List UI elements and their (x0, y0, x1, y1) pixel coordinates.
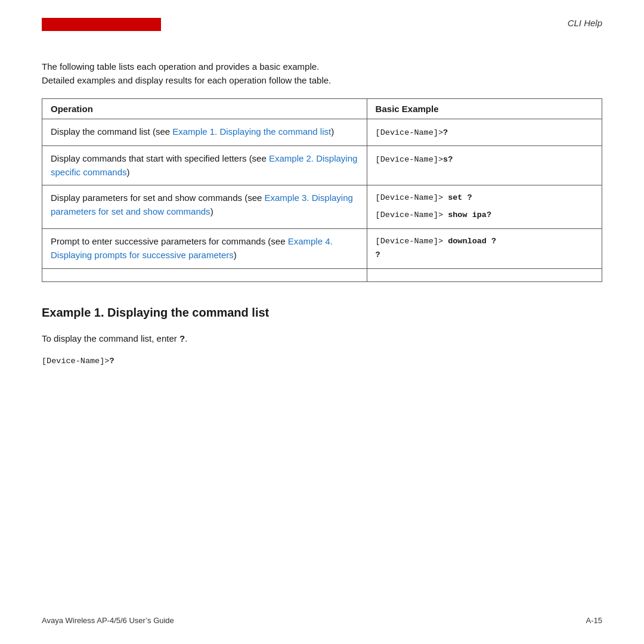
col-example-header: Basic Example (367, 98, 602, 119)
example-cell-4: [Device-Name]> download ? ? (367, 229, 602, 269)
intro-line1: The following table lists each operation… (42, 61, 319, 72)
header-bar (42, 18, 161, 31)
col-operation-header: Operation (42, 98, 367, 119)
operation-cell-2: Display commands that start with specifi… (42, 146, 367, 185)
table-header-row: Operation Basic Example (42, 98, 602, 119)
link-example3[interactable]: Example 3. Displaying parameters for set… (51, 193, 353, 216)
example1-section: Example 1. Displaying the command list T… (42, 306, 602, 366)
example1-code: [Device-Name]>? (42, 357, 602, 366)
operation-cell-4: Prompt to enter successive parameters fo… (42, 229, 367, 269)
table-row: Display commands that start with specifi… (42, 146, 602, 185)
operation-cell-3: Display parameters for set and show comm… (42, 185, 367, 229)
example-cell-3: [Device-Name]> set ? [Device-Name]> show… (367, 185, 602, 229)
example1-heading: Example 1. Displaying the command list (42, 306, 602, 320)
intro-text: The following table lists each operation… (42, 60, 602, 88)
table-row: Prompt to enter successive parameters fo… (42, 229, 602, 269)
table-row: Display parameters for set and show comm… (42, 185, 602, 229)
footer-right: A-15 (586, 616, 602, 625)
empty-cell-2 (367, 269, 602, 282)
main-table: Operation Basic Example Display the comm… (42, 98, 602, 283)
link-example1[interactable]: Example 1. Displaying the command list (172, 126, 331, 137)
header-title: CLI Help (568, 18, 602, 28)
example1-body-text: To display the command list, enter (42, 333, 179, 343)
example1-body: To display the command list, enter ?. (42, 332, 602, 346)
link-example4[interactable]: Example 4. Displaying prompts for succes… (51, 236, 333, 260)
table-row: Display the command list (see Example 1.… (42, 119, 602, 146)
example1-body-bold: ? (179, 333, 185, 343)
footer: Avaya Wireless AP-4/5/6 User’s Guide A-1… (42, 616, 602, 625)
empty-cell-1 (42, 269, 367, 282)
footer-left: Avaya Wireless AP-4/5/6 User’s Guide (42, 616, 174, 625)
example-cell-1: [Device-Name]>? (367, 119, 602, 146)
link-example2[interactable]: Example 2. Displaying specific commands (51, 153, 357, 177)
intro-line2: Detailed examples and display results fo… (42, 75, 331, 85)
table-row-empty (42, 269, 602, 282)
operation-cell-1: Display the command list (see Example 1.… (42, 119, 367, 146)
example1-body-suffix: . (185, 333, 187, 343)
example-cell-2: [Device-Name]>s? (367, 146, 602, 185)
